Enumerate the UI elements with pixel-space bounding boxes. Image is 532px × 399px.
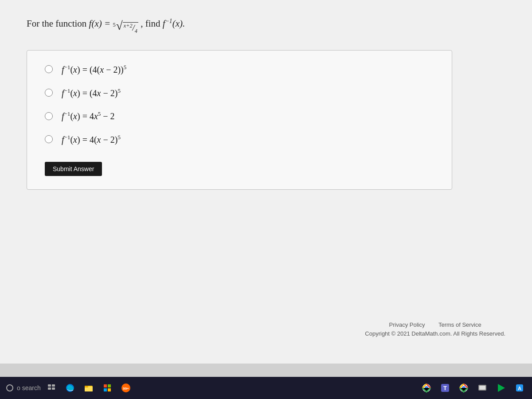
question-text: For the function f(x) = 5 √ x+2/4 , find… bbox=[27, 18, 505, 35]
chrome-icon[interactable] bbox=[419, 380, 434, 396]
svg-rect-0 bbox=[48, 384, 51, 387]
search-text: o search bbox=[17, 384, 41, 391]
submit-button[interactable]: Submit Answer bbox=[45, 162, 102, 176]
footer-links: Privacy Policy Terms of Service bbox=[365, 321, 505, 328]
svg-rect-1 bbox=[52, 384, 55, 387]
terms-link[interactable]: Terms of Service bbox=[438, 321, 481, 328]
store-icon[interactable] bbox=[99, 380, 115, 396]
svg-rect-8 bbox=[104, 384, 107, 387]
radical-index: 5 bbox=[113, 22, 115, 28]
svg-rect-7 bbox=[85, 386, 88, 387]
option-row-1: f−1(x) = (4(x − 2))5 bbox=[45, 64, 434, 75]
footer: Privacy Policy Terms of Service Copyrigh… bbox=[365, 321, 505, 337]
edge-icon[interactable] bbox=[62, 380, 78, 396]
notification-icon[interactable]: 99+ bbox=[118, 380, 134, 396]
svg-text:T: T bbox=[443, 385, 447, 391]
svg-text:99+: 99+ bbox=[123, 387, 129, 391]
question-suffix: , find bbox=[141, 18, 163, 29]
svg-rect-10 bbox=[104, 388, 107, 391]
screensnip-icon[interactable] bbox=[474, 380, 490, 396]
answer-box: f−1(x) = (4(x − 2))5 f−1(x) = (4x − 2)5 … bbox=[27, 50, 452, 190]
privacy-policy-link[interactable]: Privacy Policy bbox=[389, 321, 425, 328]
main-content: For the function f(x) = 5 √ x+2/4 , find… bbox=[0, 0, 532, 364]
option-row-4: f−1(x) = 4(x − 2)5 bbox=[45, 134, 434, 145]
media-icon[interactable] bbox=[493, 380, 509, 396]
chrome2-icon[interactable] bbox=[456, 380, 472, 396]
radio-option-4[interactable] bbox=[45, 135, 53, 143]
taskview-icon[interactable] bbox=[43, 380, 59, 396]
option-label-1[interactable]: f−1(x) = (4(x − 2))5 bbox=[62, 64, 126, 75]
svg-rect-3 bbox=[52, 387, 55, 390]
option-label-2[interactable]: f−1(x) = (4x − 2)5 bbox=[62, 87, 121, 98]
app-icon[interactable]: A bbox=[512, 380, 528, 396]
option-label-4[interactable]: f−1(x) = 4(x − 2)5 bbox=[62, 134, 121, 145]
svg-marker-22 bbox=[498, 384, 505, 392]
teams-icon[interactable]: T bbox=[437, 380, 453, 396]
option-row-2: f−1(x) = (4x − 2)5 bbox=[45, 87, 434, 98]
find-target: f−1(x). bbox=[163, 18, 185, 29]
svg-text:A: A bbox=[518, 386, 521, 391]
option-label-3[interactable]: f−1(x) = 4x5 − 2 bbox=[62, 110, 115, 121]
svg-rect-21 bbox=[479, 386, 485, 390]
svg-rect-2 bbox=[48, 387, 51, 390]
radio-option-2[interactable] bbox=[45, 89, 53, 97]
taskbar-search[interactable]: o search bbox=[6, 384, 41, 391]
function-expression: f(x) = 5 √ x+2/4 bbox=[89, 18, 141, 29]
search-circle-icon bbox=[6, 384, 13, 391]
radio-option-1[interactable] bbox=[45, 65, 53, 73]
svg-rect-11 bbox=[108, 388, 111, 391]
file-explorer-icon[interactable] bbox=[81, 380, 97, 396]
copyright-text: Copyright © 2021 DeltaMath.com. All Righ… bbox=[365, 330, 505, 337]
question-prefix: For the function bbox=[27, 18, 89, 29]
option-row-3: f−1(x) = 4x5 − 2 bbox=[45, 110, 434, 121]
taskbar: o search bbox=[0, 377, 532, 399]
radio-option-3[interactable] bbox=[45, 112, 53, 120]
svg-rect-9 bbox=[108, 384, 111, 387]
